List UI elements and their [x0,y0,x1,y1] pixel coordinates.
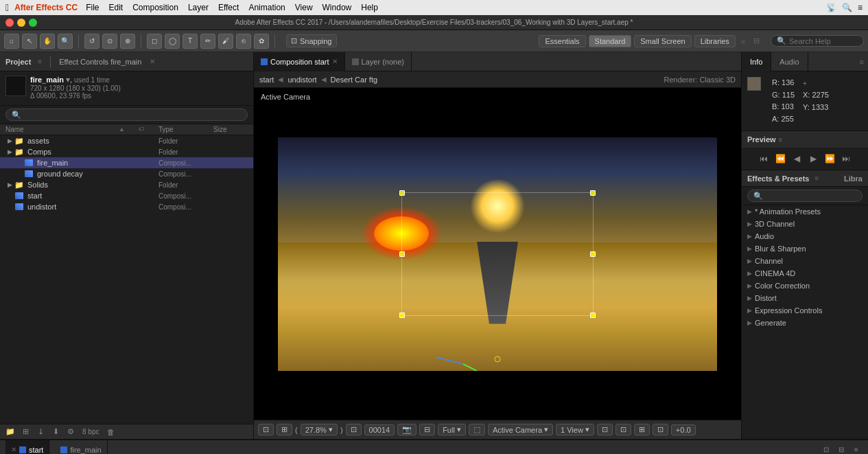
menu-edit[interactable]: Edit [104,3,127,12]
menu-extra-icon[interactable]: ≡ [858,3,863,12]
proj-item-Comps[interactable]: ▶ 📁 Comps Folder [0,146,253,157]
effect-controls-tab[interactable]: Effect Controls fire_main [59,58,141,66]
effects-menu[interactable]: ≡ [815,174,819,182]
effect-item-0[interactable]: ▶* Animation Presets [742,205,868,218]
project-search-input[interactable] [5,109,248,121]
handle-tr[interactable] [590,190,596,196]
menu-layer[interactable]: Layer [184,3,213,12]
fit-btn[interactable]: ⊡ [346,424,362,435]
tl-menu-btn[interactable]: ≡ [850,444,863,455]
ellipse-tool[interactable]: ◯ [165,34,180,49]
new-folder-btn[interactable]: 📁 [4,426,16,438]
maximize-button[interactable] [29,19,37,27]
menu-view[interactable]: View [291,3,317,12]
tl-render-btn[interactable]: ⊟ [835,444,847,455]
prev-play-rev-btn[interactable]: ◀ [790,152,804,166]
prev-play-btn[interactable]: ▶ [806,152,820,166]
prev-fwd-btn[interactable]: ⏩ [823,152,836,166]
workspace-standard[interactable]: Standard [589,35,632,47]
delete-btn[interactable]: 🗑 [104,426,117,438]
effect-item-3[interactable]: ▶Blur & Sharpen [742,242,868,255]
breadcrumb-desert[interactable]: Desert Car ftg [331,76,377,84]
breadcrumb-undistort[interactable]: undistort [288,76,316,84]
sort-icon[interactable]: ▲ [119,126,125,133]
snapping-toggle[interactable]: ⊡ Snapping [286,34,337,47]
mask-tool[interactable]: ◻ [147,34,162,49]
tl-tab-firemain[interactable]: fire_main [55,440,107,455]
close-button[interactable] [5,19,14,27]
effect-item-8[interactable]: ▶Expression Controls [742,304,868,317]
select-tool[interactable]: ↖ [22,34,37,49]
handle-br[interactable] [590,313,596,318]
menu-composition[interactable]: Composition [128,3,183,12]
comp-tab-start[interactable]: Composition start ✕ [254,52,345,71]
effect-controls-close[interactable]: ✕ [150,58,155,65]
transparency-btn[interactable]: ⬚ [469,424,485,435]
preview-menu[interactable]: ≡ [779,136,783,144]
comp-tab-close[interactable]: ✕ [332,58,338,65]
rotate-tool[interactable]: ↺ [84,34,99,49]
import-btn[interactable]: ⤓ [34,426,47,438]
handle-bl[interactable] [399,313,405,318]
workspace-libraries[interactable]: Libraries [694,35,736,47]
tl-tab-close-start[interactable]: ✕ [11,446,16,453]
handle-l[interactable] [399,251,405,257]
timecode-bottom[interactable]: 00014 [364,424,395,435]
comp-tab-layer[interactable]: Layer (none) [345,52,412,71]
show-channel-btn[interactable]: ⊟ [419,424,435,435]
effect-item-5[interactable]: ▶CINEMA 4D [742,267,868,280]
audio-tab[interactable]: Audio [771,52,808,71]
effect-item-4[interactable]: ▶Channel [742,255,868,267]
preview-time-btn[interactable]: ⊡ [653,424,668,435]
effect-item-1[interactable]: ▶3D Channel [742,218,868,230]
expand-btn[interactable]: ▶ [5,137,14,144]
expand-btn[interactable]: ▶ [5,148,14,155]
zoom-tool[interactable]: 🔍 [58,34,73,49]
effect-item-9[interactable]: ▶Generate [742,317,868,329]
libraries-btn[interactable]: Libra [844,174,863,183]
import-q-btn[interactable]: ⬇ [49,426,62,438]
3d-view-btn[interactable]: ⊡ [597,424,613,435]
apple-menu[interactable]:  [5,2,9,13]
airplay-icon[interactable]: 📡 [826,3,836,12]
workspace-small-screen[interactable]: Small Screen [634,35,691,47]
zoom-selector[interactable]: 27.8% ▾ [301,424,338,435]
project-panel-menu[interactable]: ≡ [38,58,42,65]
3d-gizmo-btn[interactable]: ⊡ [615,424,631,435]
minimize-button[interactable] [17,19,25,27]
menu-animation[interactable]: Animation [244,3,289,12]
proj-item-ground-decay[interactable]: ground decay Composi... [0,168,253,179]
prev-last-btn[interactable]: ⏭ [839,152,853,166]
prev-first-btn[interactable]: ⏮ [757,152,771,166]
hand-tool[interactable]: ✋ [40,34,55,49]
info-panel-menu[interactable]: ≡ [860,58,868,66]
cam-orbit-tool[interactable]: ⊙ [102,34,117,49]
color-bit-depth[interactable]: 8 bpc [80,426,102,438]
menu-help[interactable]: Help [357,3,382,12]
effect-item-7[interactable]: ▶Distort [742,292,868,304]
region-btn[interactable]: ⊞ [277,424,292,435]
menu-effect[interactable]: Effect [214,3,243,12]
quality-selector[interactable]: Full ▾ [438,424,466,435]
proj-item-fire_main[interactable]: fire_main Composi... [0,157,253,168]
expand-btn[interactable]: ▶ [5,181,14,188]
search-box[interactable]: 🔍 [771,35,864,47]
handle-r[interactable] [590,251,596,257]
tl-tab-start[interactable]: ✕ start [5,440,49,455]
new-comp-btn[interactable]: ⊞ [19,426,32,438]
workspace-essentials[interactable]: Essentials [539,35,585,47]
proj-item-undistort[interactable]: undistort Composi... [0,201,253,212]
render-btn[interactable]: ⊡ [258,424,274,435]
paint-tool[interactable]: 🖌 [218,34,233,49]
workspace-menu[interactable]: ⊟ [751,36,762,45]
comp-settings-btn[interactable]: ⚙ [64,426,77,438]
effect-item-2[interactable]: ▶Audio [742,230,868,242]
search-input[interactable] [789,37,858,45]
info-tab[interactable]: Info [742,52,771,71]
proj-item-assets[interactable]: ▶ 📁 assets Folder [0,135,253,146]
pen-tool[interactable]: ✏ [200,34,215,49]
view-selector[interactable]: 1 View ▾ [556,424,594,435]
proj-item-Solids[interactable]: ▶ 📁 Solids Folder [0,179,253,190]
puppet-tool[interactable]: ✿ [254,34,269,49]
camera-selector[interactable]: Active Camera ▾ [488,424,553,435]
